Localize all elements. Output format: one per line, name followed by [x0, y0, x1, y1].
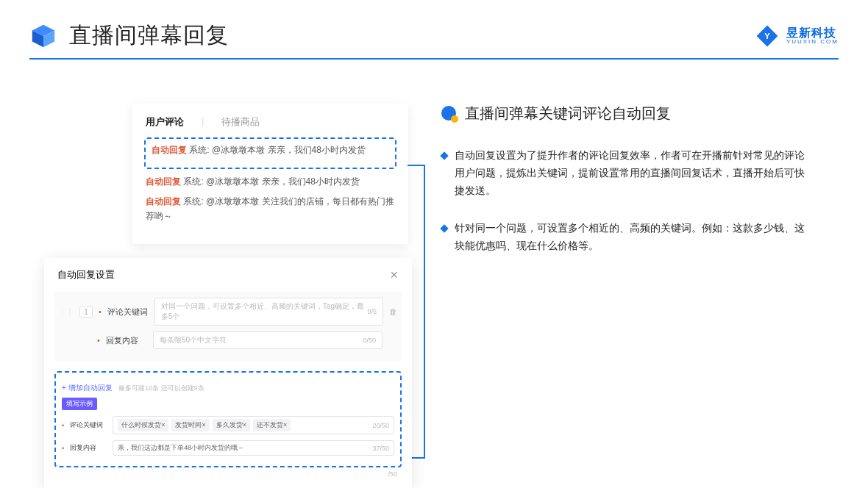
tag-list: 什么时候发货×发货时间×多久发货×还不发货× [118, 419, 372, 431]
char-count: 0/50 [363, 337, 376, 344]
tag[interactable]: 多久发货× [213, 419, 250, 431]
placeholder-text: 对同一个问题，可设置多个相近、高频的关键词，Tag确定，最多5个 [161, 301, 368, 322]
tab-separator: | [202, 115, 204, 129]
system-label: 系统: [189, 145, 209, 155]
section-head: 直播间弹幕关键词评论自动回复 [441, 104, 809, 123]
comment-text: @冰墩墩本墩 亲亲，我们48小时内发货 [206, 176, 360, 187]
form-row-keyword: ⋮⋮ 1 • 评论关键词 对同一个问题，可设置多个相近、高频的关键词，Tag确定… [59, 298, 397, 326]
list-item: 针对同一个问题，可设置多个相近的、高频的关键词。例如：这款多少钱、这块能优惠吗、… [441, 220, 809, 255]
required-dot: • [62, 422, 64, 429]
system-label: 系统: [183, 176, 203, 187]
placeholder-text: 每条限50个中文字符 [160, 335, 227, 345]
example-badge: 填写示例 [62, 398, 97, 410]
highlighted-comment: 自动回复 系统: @冰墩墩本墩 亲亲，我们48小时内发货 [144, 137, 396, 169]
settings-title: 自动回复设置 [57, 268, 115, 281]
char-count: 20/50 [372, 422, 389, 429]
example-reply-text: 亲，我们这边都是下单48小时内发货的哦～ [118, 443, 244, 453]
auto-reply-tag: 自动回复 [152, 145, 187, 155]
tag[interactable]: 还不发货× [253, 419, 291, 431]
example-keyword-input[interactable]: 什么时候发货×发货时间×多久发货×还不发货× 20/50 [113, 416, 394, 434]
system-label: 系统: [183, 196, 203, 207]
keyword-input[interactable]: 对同一个问题，可设置多个相近、高频的关键词，Tag确定，最多5个 0/5 [154, 298, 383, 326]
diamond-icon [440, 151, 448, 159]
page-header: 直播间弹幕回复 Y 昱新科技 YUUXIN.COM [0, 0, 868, 58]
char-count: 0/5 [367, 308, 377, 315]
card-tabs: 用户评论 | 待播商品 [146, 115, 395, 129]
char-count: 37/50 [372, 445, 389, 452]
comment-row: 自动回复 系统: @冰墩墩本墩 亲亲，我们48小时内发货 [146, 175, 395, 189]
comment-card: 用户评论 | 待播商品 自动回复 系统: @冰墩墩本墩 亲亲，我们48小时内发货… [132, 104, 408, 244]
section-title: 直播间弹幕关键词评论自动回复 [465, 104, 671, 123]
example-reply-input[interactable]: 亲，我们这边都是下单48小时内发货的哦～ 37/50 [113, 440, 394, 456]
bullet-icon [441, 106, 458, 122]
field-label: 评论关键词 [70, 420, 107, 430]
brand-logo: Y 昱新科技 YUUXIN.COM [755, 24, 839, 48]
auto-reply-tag: 自动回复 [146, 176, 181, 187]
trash-icon[interactable]: 🗑 [389, 307, 397, 316]
svg-text:Y: Y [764, 32, 770, 40]
required-dot: • [97, 336, 100, 345]
settings-body: ⋮⋮ 1 • 评论关键词 对同一个问题，可设置多个相近、高频的关键词，Tag确定… [54, 292, 402, 361]
example-row-reply: • 回复内容 亲，我们这边都是下单48小时内发货的哦～ 37/50 [62, 440, 394, 456]
drag-handle-icon[interactable]: ⋮⋮ [59, 308, 74, 316]
required-dot: • [99, 307, 102, 316]
tab-user-comments[interactable]: 用户评论 [146, 115, 184, 129]
index-badge: 1 [79, 306, 93, 317]
bullet-text: 自动回复设置为了提升作者的评论回复效率，作者可在开播前针对常见的评论用户问题，提… [455, 147, 809, 199]
add-auto-reply-link[interactable]: + 增加自动回复 [62, 384, 113, 392]
cube-icon [29, 22, 57, 50]
tag[interactable]: 什么时候发货× [118, 419, 168, 431]
header-left: 直播间弹幕回复 [29, 21, 229, 51]
settings-card: 自动回复设置 ✕ ⋮⋮ 1 • 评论关键词 对同一个问题，可设置多个相近、高频的… [44, 258, 412, 488]
right-column: 直播间弹幕关键词评论自动回复 自动回复设置为了提升作者的评论回复效率，作者可在开… [441, 104, 809, 276]
example-block: + 增加自动回复 最多可建10条 还可以创建9条 填写示例 • 评论关键词 什么… [54, 371, 402, 467]
diamond-icon [440, 225, 448, 233]
comment-row: 自动回复 系统: @冰墩墩本墩 关注我们的店铺，每日都有热门推荐哟～ [146, 195, 395, 223]
trailing-count: /50 [54, 467, 402, 478]
list-item: 自动回复设置为了提升作者的评论回复效率，作者可在开播前针对常见的评论用户问题，提… [441, 147, 809, 199]
bullet-list: 自动回复设置为了提升作者的评论回复效率，作者可在开播前针对常见的评论用户问题，提… [441, 147, 809, 255]
connector-line [424, 165, 425, 459]
add-note: 最多可建10条 还可以创建9条 [118, 384, 204, 392]
brand-sub: YUUXIN.COM [786, 39, 839, 45]
required-dot: • [62, 445, 64, 452]
reply-input[interactable]: 每条限50个中文字符 0/50 [153, 331, 383, 349]
field-label: 回复内容 [70, 443, 107, 453]
page-title: 直播间弹幕回复 [69, 21, 229, 51]
bullet-text: 针对同一个问题，可设置多个相近的、高频的关键词。例如：这款多少钱、这块能优惠吗、… [455, 220, 809, 255]
comment-text: @冰墩墩本墩 亲亲，我们48小时内发货 [212, 145, 366, 155]
connector-line [408, 165, 425, 166]
example-row-keyword: • 评论关键词 什么时候发货×发货时间×多久发货×还不发货× 20/50 [62, 416, 394, 434]
brand-name: 昱新科技 [786, 27, 839, 39]
form-row-reply: • 回复内容 每条限50个中文字符 0/50 [59, 331, 397, 349]
left-column: 用户评论 | 待播商品 自动回复 系统: @冰墩墩本墩 亲亲，我们48小时内发货… [44, 104, 419, 456]
field-label: 回复内容 [106, 335, 147, 346]
auto-reply-tag: 自动回复 [146, 196, 181, 207]
tab-products[interactable]: 待播商品 [221, 115, 260, 129]
brand-icon: Y [755, 24, 779, 48]
comment-row: 自动回复 系统: @冰墩墩本墩 亲亲，我们48小时内发货 [152, 143, 389, 157]
close-icon[interactable]: ✕ [390, 269, 399, 281]
field-label: 评论关键词 [107, 306, 149, 317]
tag[interactable]: 发货时间× [171, 419, 209, 431]
